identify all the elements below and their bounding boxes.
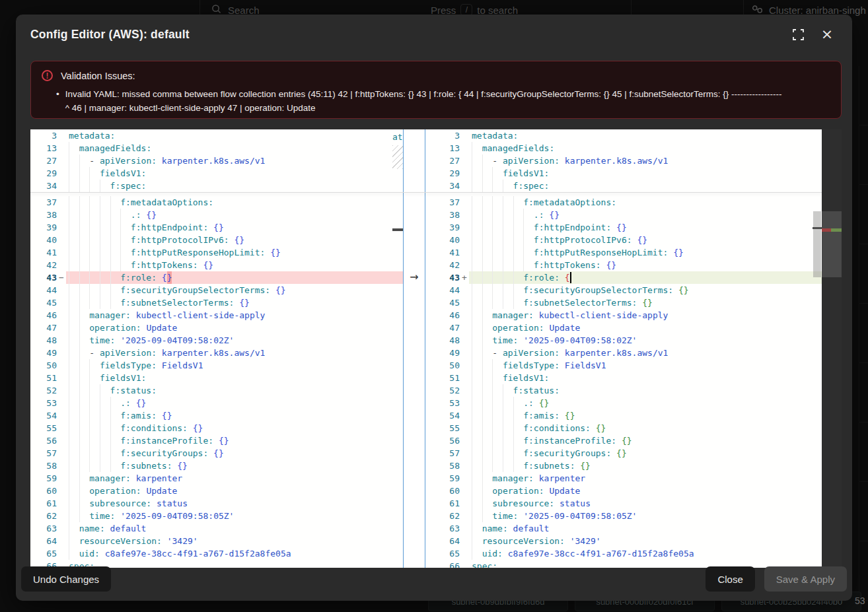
code-line[interactable]: 61subresource: status [425,497,813,510]
code-line[interactable]: 56f:instanceProfile: {} [425,434,813,447]
code-line[interactable]: 40f:httpProtocolIPv6: {} [425,234,813,246]
code-line[interactable]: 57f:securityGroups: {} [30,447,403,459]
code-line[interactable]: 42f:httpTokens: {} [425,259,813,271]
code-line[interactable]: 47operation: Update [425,322,813,334]
code-line[interactable]: 63name: default [425,522,813,535]
code-line[interactable]: 59manager: karpenter [30,472,403,485]
code-line[interactable]: 34f:spec: [425,180,813,192]
code-line[interactable]: 54f:amis: {} [30,409,403,422]
code-line[interactable]: 53.: {} [425,397,813,409]
code-line[interactable]: 38.: {} [425,209,813,221]
indent-guide [69,409,79,422]
code-line[interactable]: 61subresource: status [30,497,403,510]
code-line[interactable]: 50fieldsType: FieldsV1 [30,359,403,372]
code-token: uid: [482,547,508,560]
code-line[interactable]: 65uid: c8afe97e-38cc-4f91-a767-d15f2a8fe… [30,547,403,560]
revert-change-arrow-button[interactable]: → [404,271,425,283]
code-line[interactable]: 45f:subnetSelectorTerms: {} [30,296,403,309]
diff-modified-pane[interactable]: 3metadata:13managedFields:27- apiVersion… [425,129,813,568]
code-line[interactable]: 27- apiVersion: karpenter.k8s.aws/v1 [425,154,813,167]
code-line[interactable]: 39f:httpEndpoint: {} [30,221,403,234]
code-line[interactable]: 38.: {} [30,209,403,221]
code-token: '2025-09-04T09:58:02Z' [120,334,234,347]
code-line[interactable]: 64resourceVersion: '3429' [425,535,813,547]
line-number: 56 [425,434,460,447]
code-line[interactable]: 54f:amis: {} [425,409,813,422]
code-line[interactable]: 51fieldsV1: [425,372,813,384]
code-token: karpenter [136,472,182,485]
close-dialog-button[interactable]: Close [705,566,754,592]
code-line[interactable]: 50fieldsType: FieldsV1 [425,359,813,372]
modified-code-lines[interactable]: 37f:metadataOptions:38.: {}39f:httpEndpo… [425,192,813,568]
save-apply-button[interactable]: Save & Apply [764,566,847,592]
code-line[interactable]: 44f:securityGroupSelectorTerms: {} [30,284,403,296]
editor-scrollbar[interactable] [813,129,822,568]
code-line[interactable]: 27- apiVersion: karpenter.k8s.aws/v1 [30,154,403,167]
code-line[interactable]: 58f:subnets: {} [425,459,813,472]
code-line[interactable]: 52f:status: [30,384,403,397]
code-line[interactable]: 48time: '2025-09-04T09:58:02Z' [425,334,813,347]
diff-original-pane[interactable]: 3metadata:13managedFields:27- apiVersion… [30,129,403,568]
code-line[interactable]: 57f:securityGroups: {} [425,447,813,459]
diff-sign [57,196,66,209]
code-line[interactable]: 62time: '2025-09-04T09:58:05Z' [30,510,403,522]
line-number: 58 [425,459,460,472]
indent-guide [89,434,100,447]
code-line[interactable]: 65uid: c8afe97e-38cc-4f91-a767-d15f2a8fe… [425,547,813,560]
code-line[interactable]: 56f:instanceProfile: {} [30,434,403,447]
code-line[interactable]: 37f:metadataOptions: [425,196,813,209]
diff-sign [460,485,469,497]
code-line[interactable]: 55f:conditions: {} [425,422,813,434]
code-line[interactable]: 59manager: karpenter [425,472,813,485]
code-line[interactable]: 64resourceVersion: '3429' [30,535,403,547]
code-line[interactable]: 46manager: kubectl-client-side-apply [425,309,813,322]
code-line[interactable]: 62time: '2025-09-04T09:58:05Z' [425,510,813,522]
close-button[interactable]: × [820,28,834,41]
code-line[interactable]: 3metadata: [425,129,813,142]
code-line[interactable]: 13managedFields: [30,142,403,154]
code-line[interactable]: 44f:securityGroupSelectorTerms: {} [425,284,813,296]
code-line[interactable]: 58f:subnets: {} [30,459,403,472]
code-line[interactable]: 43−f:role: {} [30,271,403,284]
indent-guide [69,397,79,409]
code-line[interactable]: 43+f:role: { [425,271,813,284]
code-line[interactable]: 3metadata: [30,129,403,142]
issue-text-line1: Invalid YAML: missed comma between flow … [65,87,782,101]
code-line[interactable]: 51fieldsV1: [30,372,403,384]
code-line[interactable]: 40f:httpProtocolIPv6: {} [30,234,403,246]
fullscreen-button[interactable] [791,28,805,41]
indent-guide [513,459,524,472]
code-line[interactable]: 47operation: Update [30,322,403,334]
code-line[interactable]: 46manager: kubectl-client-side-apply [30,309,403,322]
undo-changes-button[interactable]: Undo Changes [21,566,111,592]
code-line[interactable]: 60operation: Update [425,485,813,497]
code-line[interactable]: 34f:spec: [30,180,403,192]
scrollbar-thumb[interactable] [813,211,821,277]
code-line[interactable]: 53.: {} [30,397,403,409]
code-line[interactable]: 45f:subnetSelectorTerms: {} [425,296,813,309]
code-line[interactable]: 48time: '2025-09-04T09:58:02Z' [30,334,403,347]
code-line[interactable]: 52f:status: [425,384,813,397]
code-line[interactable]: 39f:httpEndpoint: {} [425,221,813,234]
code-line[interactable]: 41f:httpPutResponseHopLimit: {} [30,246,403,259]
code-line[interactable]: 29fieldsV1: [425,167,813,180]
code-line[interactable]: 29fieldsV1: [30,167,403,180]
code-line[interactable]: 55f:conditions: {} [30,422,403,434]
code-line[interactable]: 13managedFields: [425,142,813,154]
code-token: .: [534,209,549,221]
original-code-lines[interactable]: 37f:metadataOptions:38.: {}39f:httpEndpo… [30,192,403,568]
code-line[interactable]: 42f:httpTokens: {} [30,259,403,271]
minimap[interactable]: at [392,129,403,568]
code-token: status [560,497,591,510]
line-number: 54 [30,409,57,422]
overview-viewport-indicator[interactable] [822,211,842,277]
code-line[interactable]: 60operation: Update [30,485,403,497]
code-line[interactable]: 37f:metadataOptions: [30,196,403,209]
code-line[interactable]: 63name: default [30,522,403,535]
indent-guide [492,167,503,180]
line-number: 41 [425,246,460,259]
code-line[interactable]: 49- apiVersion: karpenter.k8s.aws/v1 [30,347,403,359]
code-line[interactable]: 49- apiVersion: karpenter.k8s.aws/v1 [425,347,813,359]
diff-overview-ruler[interactable] [822,129,842,568]
code-line[interactable]: 41f:httpPutResponseHopLimit: {} [425,246,813,259]
